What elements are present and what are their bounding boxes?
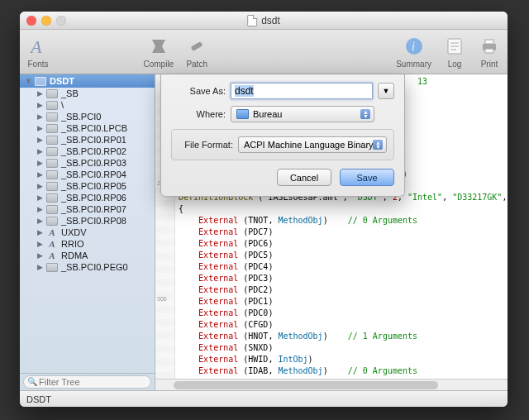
print-icon [478,35,501,58]
scrollbar-thumb[interactable] [174,381,438,389]
expand-button[interactable]: ▼ [378,83,394,99]
fonts-icon: A [26,35,50,58]
tree-row[interactable]: ▶_SB.PCI0.RP07 [20,203,155,215]
toolbar-label: Log [448,60,462,69]
folder-icon [46,193,58,203]
tree-row[interactable]: ▶AUXDV [20,227,155,238]
tree-item-label: _SB.PCI0 [61,112,101,122]
folder-icon [46,101,58,110]
tree-item-label: \ [61,100,64,110]
tree-item-label: RDMA [61,251,88,260]
svg-rect-10 [485,49,493,53]
tree-item-label: UXDV [61,227,87,237]
tree-row[interactable]: ▶_SB.PCI0.RP01 [20,134,155,146]
tree-row[interactable]: ▶ARDMA [20,250,155,261]
tree-item-label: _SB.PCI0.RP05 [61,181,126,191]
saveas-value: dsdt [235,85,254,97]
patch-button[interactable]: Patch [185,35,208,69]
chevron-right-icon[interactable]: ▶ [36,112,43,121]
folder-icon [46,263,58,272]
statusbar: DSDT [20,390,508,407]
toolbar-label: Compile [144,60,174,69]
svg-rect-9 [485,40,493,44]
folder-icon [46,147,58,156]
summary-button[interactable]: i Summary [396,35,431,69]
close-icon[interactable] [26,16,36,26]
log-button[interactable]: Log [443,35,466,69]
tree-root[interactable]: ▼ DSDT [20,74,155,88]
chevron-down-icon[interactable]: ▼ [25,77,31,85]
folder-icon [46,170,58,179]
ruler-mark: 300 [157,296,167,302]
tree-row[interactable]: ▶ARRIO [20,238,155,250]
chevron-right-icon[interactable]: ▶ [36,101,43,109]
horizontal-scrollbar[interactable] [155,379,508,390]
tree-row[interactable]: ▶_SB.PCI0.RP02 [20,146,155,157]
tree-item-label: _SB.PCI0.PEG0 [61,262,128,272]
chevron-right-icon[interactable]: ▶ [36,217,43,225]
chevron-right-icon[interactable]: ▶ [36,182,43,190]
tree-row[interactable]: ▶_SB.PCI0.RP08 [20,215,155,227]
minimize-icon[interactable] [41,16,51,26]
sidebar: ▼ DSDT ▶_SB▶\▶_SB.PCI0▶_SB.PCI0.LPCB▶_SB… [20,74,155,390]
tree-root-label: DSDT [50,76,74,86]
tree-item-label: RRIO [61,239,84,249]
fonts-button[interactable]: A Fonts [26,35,50,69]
chevron-right-icon[interactable]: ▶ [36,193,43,202]
chevron-right-icon[interactable]: ▶ [36,136,43,144]
saveas-input[interactable]: dsdt [231,83,373,99]
chevron-right-icon[interactable]: ▶ [36,147,43,155]
log-icon [443,35,466,58]
compile-button[interactable]: Compile [144,35,174,69]
tree[interactable]: ▼ DSDT ▶_SB▶\▶_SB.PCI0▶_SB.PCI0.LPCB▶_SB… [20,74,155,373]
chevron-right-icon[interactable]: ▶ [36,170,43,179]
where-label: Where: [171,109,231,119]
compile-icon [147,35,170,58]
tree-row[interactable]: ▶\ [20,99,155,111]
chevron-right-icon[interactable]: ▶ [36,263,43,271]
folder-icon [35,77,46,86]
toolbar-left: A Fonts [26,35,50,69]
button-label: Cancel [290,173,318,183]
print-button[interactable]: Print [478,35,501,69]
filter-input[interactable] [23,375,151,389]
chevron-right-icon[interactable]: ▶ [36,124,43,132]
tree-item-label: _SB.PCI0.RP01 [61,135,126,145]
toolbar: A Fonts Compile Patch i Summary Log [20,30,508,74]
folder-icon [46,124,58,133]
cancel-button[interactable]: Cancel [277,169,331,186]
folder-icon [46,217,58,226]
folder-icon [46,182,58,191]
tree-row[interactable]: ▶_SB.PCI0 [20,111,155,122]
patch-icon [185,35,208,58]
updown-icon: ▲▼ [375,141,381,149]
tree-row[interactable]: ▶_SB.PCI0.RP05 [20,180,155,192]
chevron-right-icon[interactable]: ▶ [36,89,43,98]
window-title-text: dsdt [261,15,280,26]
where-popup[interactable]: Bureau ▲▼ [231,106,374,122]
tree-row[interactable]: ▶_SB.PCI0.LPCB [20,122,155,134]
button-label: Save [356,173,377,183]
tree-row[interactable]: ▶_SB.PCI0.RP04 [20,169,155,180]
chevron-right-icon[interactable]: ▶ [36,251,43,260]
folder-icon [46,112,58,122]
tree-item-label: _SB.PCI0.RP07 [61,204,126,214]
chevron-right-icon[interactable]: ▶ [36,159,43,167]
status-text: DSDT [26,394,51,404]
zoom-icon[interactable] [56,16,66,26]
chevron-right-icon[interactable]: ▶ [36,240,43,248]
save-sheet: Save As: dsdt ▼ Where: Bureau ▲▼ File Fo… [160,74,405,197]
traffic-lights [26,16,66,26]
tree-item-label: _SB.PCI0.RP03 [61,158,126,168]
tree-row[interactable]: ▶_SB [20,88,155,99]
method-icon: A [46,251,58,260]
svg-text:i: i [412,41,415,53]
tree-row[interactable]: ▶_SB.PCI0.RP03 [20,157,155,169]
format-popup[interactable]: ACPI Machine Language Binary ▲▼ [238,136,387,153]
chevron-right-icon[interactable]: ▶ [36,205,43,213]
tree-row[interactable]: ▶_SB.PCI0.RP06 [20,192,155,203]
chevron-right-icon[interactable]: ▶ [36,228,43,236]
tree-item-label: _SB.PCI0.RP08 [61,216,126,226]
save-button[interactable]: Save [340,169,394,186]
tree-row[interactable]: ▶_SB.PCI0.PEG0 [20,261,155,273]
